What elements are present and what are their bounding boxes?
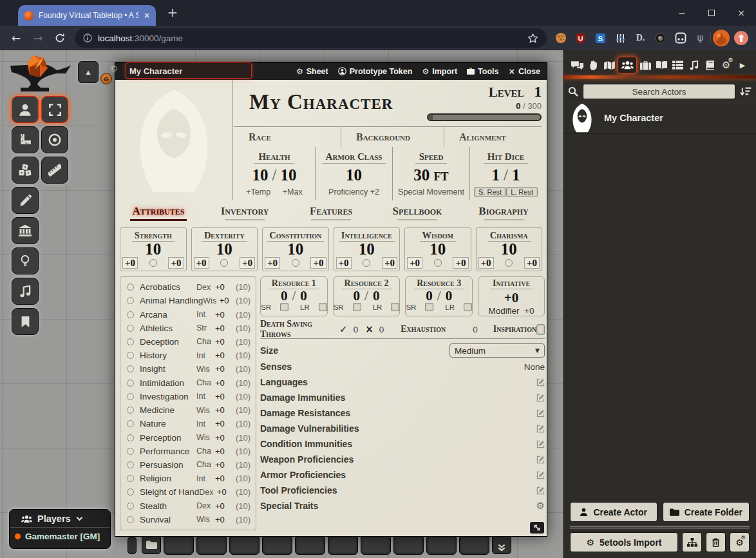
- trait-damage-immunities[interactable]: Damage Immunities: [260, 390, 545, 405]
- skill-row[interactable]: DeceptionCha+0(10): [127, 335, 250, 349]
- trait-damage-resistances[interactable]: Damage Resistances: [260, 405, 545, 421]
- sliders-extension-icon[interactable]: [610, 26, 630, 50]
- sidebar-collapse-button[interactable]: ▶: [735, 57, 750, 73]
- tab-tables[interactable]: [670, 57, 686, 73]
- tab-scenes[interactable]: [601, 57, 617, 73]
- import-button[interactable]: ⚙Import: [422, 67, 457, 76]
- tools-button[interactable]: Tools: [467, 67, 498, 76]
- tab-combat[interactable]: [585, 57, 601, 73]
- window-resize-handle[interactable]: [530, 522, 544, 534]
- skill-prof-circle[interactable]: [127, 461, 134, 468]
- sr-checkbox[interactable]: [353, 303, 361, 311]
- skill-prof-circle[interactable]: [127, 284, 134, 291]
- character-name[interactable]: My Character: [249, 90, 393, 114]
- ability-charisma[interactable]: Charisma10+0+0: [476, 227, 543, 271]
- trait-senses[interactable]: SensesNone: [260, 359, 545, 374]
- trait-weapon-proficiencies[interactable]: Weapon Proficiencies: [260, 452, 545, 467]
- health-stat[interactable]: Health 10/10 +Temp+Max: [234, 147, 316, 200]
- skill-row[interactable]: IntimidationCha+0(10): [127, 376, 250, 390]
- sr-checkbox[interactable]: [280, 303, 288, 311]
- resource-3[interactable]: Resource 30/0SRLR: [405, 276, 473, 316]
- edit-icon[interactable]: [536, 378, 545, 387]
- skill-row[interactable]: Sleight of HandDex+0(10): [127, 485, 250, 499]
- macro-slot[interactable]: [164, 535, 194, 555]
- skill-row[interactable]: StealthDex+0(10): [127, 499, 250, 513]
- macro-slot[interactable]: [328, 535, 358, 555]
- armor-class-stat[interactable]: Armor Class 10 Proficiency +2: [316, 147, 393, 200]
- window-close-button[interactable]: ×: [726, 8, 756, 18]
- close-button[interactable]: ×Close: [508, 66, 540, 76]
- collapse-controls-button[interactable]: ▲: [78, 61, 99, 83]
- bookmark-star-icon[interactable]: [527, 33, 538, 44]
- macro-slot[interactable]: [426, 535, 457, 555]
- skill-row[interactable]: PerceptionWis+0(10): [127, 430, 250, 444]
- site-info-icon[interactable]: [83, 34, 92, 43]
- macro-folder-button[interactable]: [142, 535, 161, 554]
- trait-armor-proficiencies[interactable]: Armor Proficiencies: [260, 467, 545, 483]
- new-tab-button[interactable]: +: [164, 4, 182, 22]
- edit-icon[interactable]: [536, 409, 545, 418]
- player-entry[interactable]: Gamemaster [GM]: [10, 528, 110, 541]
- skill-prof-circle[interactable]: [127, 516, 134, 523]
- edit-icon[interactable]: [536, 440, 545, 448]
- proficiency-circle[interactable]: [220, 259, 228, 267]
- tab-close-icon[interactable]: ×: [144, 11, 150, 20]
- proficiency-circle[interactable]: [292, 259, 299, 267]
- tab-biography[interactable]: Biography: [460, 203, 547, 225]
- players-panel[interactable]: Players Gamemaster [GM]: [9, 509, 111, 549]
- special-traits-gear-icon[interactable]: ⚙: [536, 501, 545, 511]
- tool-dice[interactable]: [12, 157, 39, 184]
- forward-button[interactable]: →: [27, 32, 49, 44]
- skill-row[interactable]: AthleticsStr+0(10): [127, 322, 250, 335]
- skill-row[interactable]: AcrobaticsDex+0(10): [127, 280, 250, 294]
- tool-ruler-diagonal[interactable]: [41, 157, 68, 184]
- xp-text[interactable]: 0 / 300: [516, 101, 542, 111]
- death-fail-count[interactable]: 0: [379, 325, 384, 334]
- character-sheet-window[interactable]: My Character ⚙Sheet Prototype Token ⚙Imp…: [115, 62, 547, 537]
- macro-slot[interactable]: [361, 535, 391, 555]
- short-rest-button[interactable]: S. Rest: [474, 187, 506, 197]
- address-bar[interactable]: localhost:30000/game: [75, 28, 547, 48]
- skill-row[interactable]: Animal HandlingWis+0(10): [127, 294, 250, 307]
- ability-wisdom[interactable]: Wisdom10+0+0: [404, 227, 471, 271]
- search-actors-input[interactable]: [583, 84, 735, 99]
- tool-select-token[interactable]: [12, 96, 39, 123]
- tab-spellbook[interactable]: Spellbook: [374, 203, 460, 225]
- macro-slot[interactable]: [262, 535, 292, 555]
- ublock-extension-icon[interactable]: [571, 26, 591, 50]
- lr-checkbox[interactable]: [391, 303, 399, 311]
- skill-prof-circle[interactable]: [127, 352, 134, 359]
- exhaustion-count[interactable]: 0: [473, 325, 478, 334]
- race-field[interactable]: Race: [234, 127, 341, 147]
- skill-prof-circle[interactable]: [127, 503, 134, 510]
- skill-row[interactable]: PerformanceCha+0(10): [127, 445, 250, 458]
- trait-tool-proficiencies[interactable]: Tool Proficiencies: [260, 483, 545, 498]
- skill-row[interactable]: SurvivalWis+0(10): [127, 513, 250, 526]
- sr-checkbox[interactable]: [425, 303, 433, 311]
- tab-journal[interactable]: [654, 57, 669, 73]
- skill-prof-circle[interactable]: [127, 420, 134, 427]
- proficiency-circle[interactable]: [149, 259, 157, 267]
- sort-icon[interactable]: [740, 87, 751, 97]
- create-folder-button[interactable]: Create Folder: [663, 502, 750, 522]
- edit-icon[interactable]: [536, 425, 545, 433]
- edit-icon[interactable]: [536, 456, 545, 464]
- s-extension-icon[interactable]: S: [591, 26, 610, 50]
- trait-special-traits[interactable]: Special Traits⚙: [260, 498, 545, 514]
- skill-prof-circle[interactable]: [127, 380, 134, 387]
- inspiration-checkbox[interactable]: [536, 324, 545, 335]
- tab-actors[interactable]: [618, 57, 637, 73]
- skill-prof-circle[interactable]: [127, 311, 134, 318]
- skill-prof-circle[interactable]: [127, 325, 134, 332]
- skill-prof-circle[interactable]: [127, 393, 134, 400]
- alignment-field[interactable]: Alignment: [444, 127, 542, 147]
- tool-select-targets[interactable]: [41, 96, 68, 123]
- tab-settings[interactable]: ⚙⚙: [719, 57, 734, 73]
- level-value[interactable]: 1: [534, 84, 542, 101]
- reload-button[interactable]: [49, 33, 71, 43]
- skill-row[interactable]: HistoryInt+0(10): [127, 349, 250, 362]
- ability-dexterity[interactable]: Dexterity10+0+0: [191, 227, 258, 271]
- skill-row[interactable]: ArcanaInt+0(10): [127, 307, 250, 321]
- d-extension-icon[interactable]: D.: [630, 26, 650, 50]
- skill-row[interactable]: MedicineWis+0(10): [127, 403, 250, 417]
